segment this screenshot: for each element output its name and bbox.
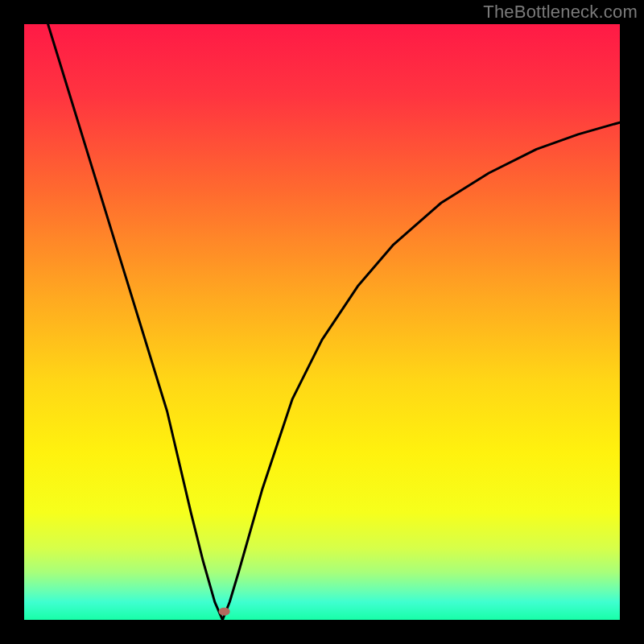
plot-area	[24, 24, 620, 620]
outer-frame: TheBottleneck.com	[0, 0, 644, 644]
optimum-marker	[219, 608, 230, 616]
curve-svg	[24, 24, 620, 620]
bottleneck-curve	[48, 24, 620, 620]
watermark-text: TheBottleneck.com	[483, 2, 638, 23]
